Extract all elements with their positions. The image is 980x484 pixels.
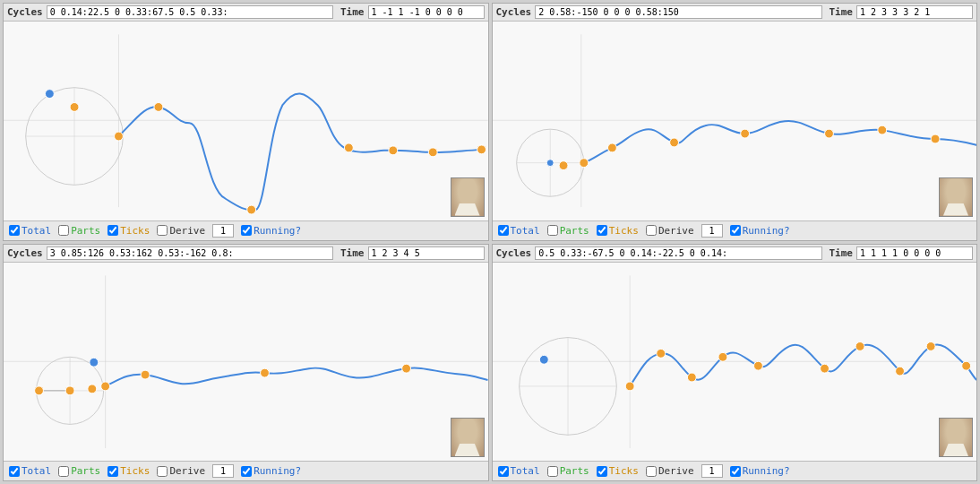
time-input-tr[interactable] [856, 5, 973, 19]
portrait-tl [451, 177, 485, 217]
cycles-input-bl[interactable] [47, 246, 333, 260]
total-cb-input-br[interactable] [498, 466, 509, 477]
panel-bl-header: Cycles Time [4, 245, 488, 263]
panel-bottom-left: Cycles Time [3, 244, 489, 482]
ticks-checkbox-tl[interactable]: Ticks [107, 225, 150, 237]
total-checkbox-tr[interactable]: Total [498, 225, 540, 237]
total-cb-input-tl[interactable] [9, 225, 20, 236]
parts-label-bl: Parts [71, 465, 100, 477]
svg-point-56 [926, 341, 935, 350]
svg-point-20 [559, 161, 568, 170]
chart-tl [4, 22, 488, 220]
running-cb-input-tr[interactable] [730, 225, 741, 236]
running-label-tr: Running? [743, 225, 790, 237]
panel-tl-header: Cycles Time [4, 4, 488, 22]
portrait-bl [451, 418, 485, 457]
parts-checkbox-bl[interactable]: Parts [58, 465, 100, 477]
running-cb-input-tl[interactable] [241, 225, 252, 236]
derive-checkbox-tr[interactable]: Derive [646, 225, 694, 237]
panel-br-footer: Total Parts Ticks Derive Running? [493, 461, 977, 480]
parts-checkbox-tl[interactable]: Parts [58, 225, 100, 237]
derive-cb-input-tl[interactable] [157, 225, 168, 236]
parts-label-tr: Parts [560, 225, 589, 237]
derive-checkbox-br[interactable]: Derive [646, 465, 694, 477]
time-input-br[interactable] [856, 246, 973, 260]
canvas-tr [493, 22, 977, 220]
ticks-cb-input-bl[interactable] [107, 466, 118, 477]
running-checkbox-bl[interactable]: Running? [241, 465, 301, 477]
svg-point-40 [402, 364, 411, 373]
svg-point-11 [428, 148, 437, 157]
time-label-br: Time [830, 247, 854, 259]
ticks-cb-input-tl[interactable] [107, 225, 118, 236]
total-checkbox-br[interactable]: Total [498, 465, 540, 477]
running-checkbox-tl[interactable]: Running? [241, 225, 301, 237]
svg-point-51 [718, 352, 726, 361]
svg-point-10 [389, 146, 398, 155]
ticks-checkbox-br[interactable]: Ticks [597, 465, 639, 477]
svg-point-35 [65, 385, 74, 394]
total-label-tr: Total [511, 225, 540, 237]
svg-point-25 [824, 129, 833, 138]
svg-point-24 [740, 129, 749, 138]
ticks-cb-input-tr[interactable] [597, 225, 607, 236]
derive-cb-input-bl[interactable] [157, 466, 168, 477]
total-label-br: Total [511, 465, 540, 477]
svg-point-36 [88, 384, 97, 393]
derive-input-br[interactable] [701, 464, 723, 478]
parts-checkbox-br[interactable]: Parts [547, 465, 589, 477]
parts-cb-input-br[interactable] [547, 466, 558, 477]
ticks-label-bl: Ticks [120, 465, 150, 477]
derive-input-bl[interactable] [212, 464, 234, 478]
chart-tr [493, 22, 977, 220]
svg-point-7 [154, 102, 163, 111]
svg-point-39 [261, 368, 270, 377]
svg-point-21 [579, 159, 588, 168]
cycles-input-tl[interactable] [47, 5, 333, 19]
portrait-tr [939, 177, 973, 217]
time-input-bl[interactable] [368, 246, 485, 260]
parts-checkbox-tr[interactable]: Parts [547, 225, 589, 237]
time-input-tl[interactable] [368, 5, 485, 19]
ticks-checkbox-tr[interactable]: Ticks [597, 225, 639, 237]
derive-label-br: Derive [658, 465, 694, 477]
running-label-br: Running? [743, 465, 790, 477]
derive-cb-input-br[interactable] [646, 466, 657, 477]
svg-point-49 [656, 349, 665, 358]
parts-label-br: Parts [560, 465, 589, 477]
ticks-checkbox-bl[interactable]: Ticks [107, 465, 150, 477]
canvas-br [493, 263, 977, 462]
parts-cb-input-bl[interactable] [58, 466, 69, 477]
derive-label-tl: Derive [169, 225, 205, 237]
parts-cb-input-tr[interactable] [547, 225, 558, 236]
derive-checkbox-bl[interactable]: Derive [157, 465, 205, 477]
svg-point-47 [539, 355, 548, 364]
parts-cb-input-tl[interactable] [58, 225, 69, 236]
svg-point-52 [753, 361, 762, 370]
running-cb-input-bl[interactable] [241, 466, 252, 477]
running-checkbox-br[interactable]: Running? [730, 465, 790, 477]
ticks-cb-input-br[interactable] [597, 466, 607, 477]
total-cb-input-bl[interactable] [9, 466, 20, 477]
running-checkbox-tr[interactable]: Running? [730, 225, 790, 237]
svg-point-13 [45, 90, 54, 99]
svg-point-27 [931, 134, 940, 143]
ticks-label-tl: Ticks [120, 225, 150, 237]
svg-point-48 [625, 381, 634, 390]
time-label-bl: Time [340, 247, 365, 259]
svg-point-34 [35, 385, 44, 394]
svg-point-55 [895, 367, 904, 376]
derive-cb-input-tr[interactable] [646, 225, 657, 236]
derive-checkbox-tl[interactable]: Derive [157, 225, 205, 237]
cycles-input-br[interactable] [535, 246, 821, 260]
running-cb-input-br[interactable] [730, 466, 741, 477]
derive-input-tr[interactable] [701, 224, 723, 238]
panel-bl-footer: Total Parts Ticks Derive Running? [4, 461, 488, 480]
cycles-input-tr[interactable] [535, 5, 821, 19]
total-checkbox-bl[interactable]: Total [9, 465, 51, 477]
svg-point-23 [669, 138, 678, 147]
total-checkbox-tl[interactable]: Total [9, 225, 51, 237]
derive-label-bl: Derive [169, 465, 205, 477]
total-cb-input-tr[interactable] [498, 225, 509, 236]
derive-input-tl[interactable] [212, 224, 234, 238]
